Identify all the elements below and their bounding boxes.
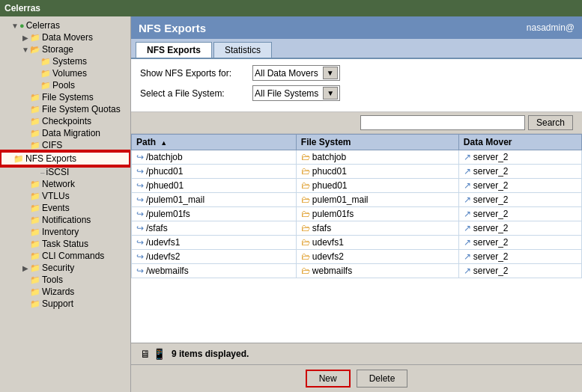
column-header-path[interactable]: Path ▲ [132,135,297,150]
sidebar-item-vtlus[interactable]: 📁 VTLUs [0,190,130,202]
tab-statistics[interactable]: Statistics [213,42,272,58]
column-header-filesystem[interactable]: File System [296,135,458,150]
cell-filesystem: 🗁sfafs [296,221,458,236]
sidebar-item-label: Security [42,263,74,273]
tabs-bar: NFS Exports Statistics [131,39,582,59]
path-icon: ↪ [136,209,144,219]
cell-datamover: ↗server_2 [458,264,581,278]
sidebar-item-storage[interactable]: ▼ 📂 Storage [0,43,130,55]
footer-count: 9 items displayed. [172,349,249,359]
table-row[interactable]: ↪/pulem01fs🗁pulem01fs↗server_2 [132,207,582,221]
sidebar-item-file-systems[interactable]: 📁 File Systems [0,91,130,103]
sidebar-item-label: Inventory [42,227,79,237]
filesystem-select-arrow[interactable]: ▼ [323,87,338,99]
cell-filesystem: 🗁webmailfs [296,264,458,278]
sidebar: ▼ ● Celerras ▶ 📁 Data Movers ▼ 📂 Storage… [0,16,131,392]
sidebar-item-volumes[interactable]: 📁 Volumes [0,67,130,79]
cell-filesystem: 🗁batchjob [296,150,458,165]
folder-icon: 📁 [30,251,40,261]
sidebar-item-label: Checkpoints [42,116,91,126]
dm-icon: ↗ [464,251,471,262]
table-row[interactable]: ↪/phucd01🗁phucd01↗server_2 [132,165,582,179]
table-row[interactable]: ↪/udevfs2🗁udevfs2↗server_2 [132,250,582,264]
filter-area: Show NFS Exports for: All Data Movers ▼ … [131,59,582,112]
sidebar-item-support[interactable]: 📁 Support [0,298,130,310]
sidebar-item-nfs-exports[interactable]: 📁 NFS Exports [0,151,130,166]
tab-nfs-exports[interactable]: NFS Exports [136,42,212,58]
path-icon: ↪ [136,251,144,262]
path-icon: ↪ [136,266,144,276]
sidebar-item-iscsi[interactable]: – iSCSI [0,166,130,178]
sidebar-item-task-status[interactable]: 📁 Task Status [0,238,130,250]
folder-icon: 📁 [30,93,40,102]
show-select-arrow[interactable]: ▼ [323,67,338,79]
expander-icon: ▼ [10,22,19,30]
table-row[interactable]: ↪/udevfs1🗁udevfs1↗server_2 [132,236,582,250]
sidebar-item-events[interactable]: 📁 Events [0,202,130,214]
sidebar-item-inventory[interactable]: 📁 Inventory [0,226,130,238]
folder-icon: 📁 [30,33,40,43]
table-row[interactable]: ↪/pulem01_mail🗁pulem01_mail↗server_2 [132,193,582,207]
dm-icon: ↗ [464,180,471,191]
folder-icon: 📁 [30,141,40,150]
sidebar-item-wizards[interactable]: 📁 Wizards [0,286,130,298]
sidebar-item-celerras[interactable]: ▼ ● Celerras [0,19,130,31]
table-row[interactable]: ↪/phued01🗁phued01↗server_2 [132,179,582,193]
monitor-icon: 📱 [153,348,166,360]
folder-icon: 📁 [30,129,40,138]
folder-icon: 📁 [30,180,40,189]
folder-icon: 📁 [30,203,40,213]
folder-icon: 📁 [30,227,40,237]
sidebar-item-label: File System Quotas [42,104,121,114]
sidebar-item-pools[interactable]: 📁 Pools [0,79,130,91]
dm-icon: ↗ [464,237,471,248]
sidebar-item-label: Network [42,179,75,189]
sidebar-item-file-system-quotas[interactable]: 📁 File System Quotas [0,103,130,115]
top-bar: Celerras [0,0,582,16]
cell-datamover: ↗server_2 [458,193,581,207]
sidebar-item-label: Notifications [42,215,91,225]
expander-icon: ▶ [21,264,30,272]
cell-path: ↪/batchjob [132,150,297,165]
sidebar-item-data-movers[interactable]: ▶ 📁 Data Movers [0,31,130,43]
table-row[interactable]: ↪/sfafs🗁sfafs↗server_2 [132,221,582,236]
sidebar-item-label: Celerras [26,20,60,31]
cell-filesystem: 🗁pulem01fs [296,207,458,221]
table-row[interactable]: ↪/webmailfs🗁webmailfs↗server_2 [132,264,582,278]
sidebar-item-network[interactable]: 📁 Network [0,178,130,190]
sidebar-item-data-migration[interactable]: 📁 Data Migration [0,127,130,139]
cell-filesystem: 🗁phued01 [296,179,458,193]
cell-path: ↪/pulem01_mail [132,193,297,207]
folder-icon: 📁 [30,263,40,273]
sidebar-item-label: VTLUs [42,191,70,201]
sidebar-item-tools[interactable]: 📁 Tools [0,274,130,286]
sidebar-item-label: CIFS [42,140,62,150]
sidebar-item-cifs[interactable]: 📁 CIFS [0,139,130,151]
table-row[interactable]: ↪/batchjob🗁batchjob↗server_2 [132,150,582,165]
filesystem-select-value: All File Systems [255,88,318,99]
search-row: Search [131,112,582,134]
dm-icon: ↗ [464,223,471,233]
sidebar-item-security[interactable]: ▶ 📁 Security [0,262,130,274]
sidebar-item-checkpoints[interactable]: 📁 Checkpoints [0,115,130,127]
search-input[interactable] [360,115,525,130]
show-select[interactable]: All Data Movers ▼ [252,65,340,81]
search-button[interactable]: Search [528,115,573,130]
delete-button[interactable]: Delete [357,370,408,388]
column-header-datamover[interactable]: Data Mover [458,135,581,150]
filesystem-select[interactable]: All File Systems ▼ [252,85,340,101]
sidebar-item-label: Task Status [42,239,88,249]
sidebar-item-notifications[interactable]: 📁 Notifications [0,214,130,226]
fs-icon: 🗁 [301,180,310,191]
sidebar-item-systems[interactable]: 📁 Systems [0,55,130,67]
cell-filesystem: 🗁udevfs2 [296,250,458,264]
sidebar-item-label: CLI Commands [42,251,104,261]
path-icon: ↪ [136,152,144,162]
new-button[interactable]: New [306,370,351,388]
node-icon: ● [19,21,25,30]
folder-icon: 📁 [30,299,40,309]
sidebar-item-cli-commands[interactable]: 📁 CLI Commands [0,250,130,262]
page-title: NFS Exports [139,22,206,34]
sidebar-item-label: Data Migration [42,128,100,138]
sidebar-item-label: Tools [42,275,63,285]
